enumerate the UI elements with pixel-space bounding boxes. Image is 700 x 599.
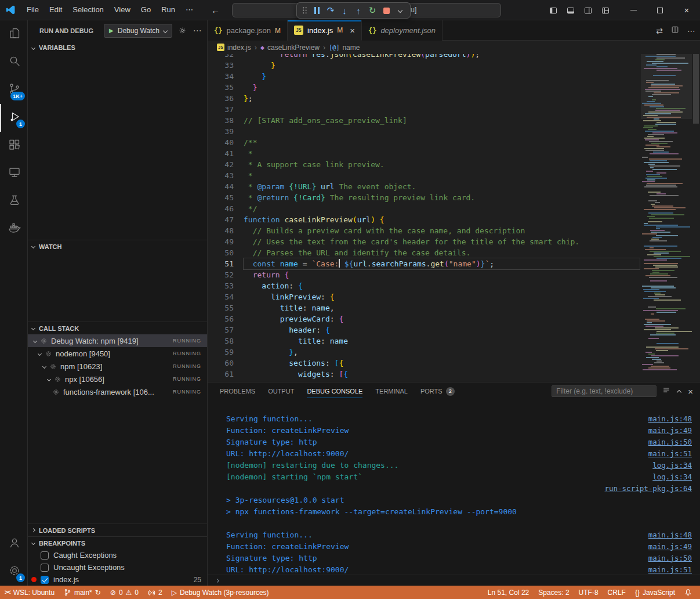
code-line-37[interactable]: 37 <box>208 104 700 115</box>
menu-overflow[interactable]: ⋯ <box>180 3 198 17</box>
code-line-61[interactable]: 61 widgets: [{ <box>208 369 700 380</box>
source-location-link[interactable]: main.js:49 <box>648 542 692 551</box>
activity-run-and-debug[interactable]: 1 <box>0 104 27 132</box>
activity-search[interactable] <box>0 48 27 76</box>
line-number[interactable]: 54 <box>208 291 244 302</box>
source-location-link[interactable]: log.js:34 <box>652 472 692 481</box>
code-line-53[interactable]: 53 action: { <box>208 280 700 291</box>
tab-package-json[interactable]: {}package.jsonM <box>208 20 288 41</box>
tab-deployment-json[interactable]: {}deployment.json <box>362 20 443 41</box>
line-number[interactable]: 45 <box>208 192 244 203</box>
callstack-session-functions-framework-106[interactable]: functions-framework [106...RUNNING <box>28 385 207 398</box>
go-back-icon[interactable]: ← <box>211 5 220 15</box>
panel-tab-ports[interactable]: PORTS2 <box>414 383 461 400</box>
open-changes-icon[interactable]: ⇄ <box>656 26 663 35</box>
debug-settings-gear-icon[interactable] <box>175 26 190 35</box>
menu-edit[interactable]: Edit <box>44 3 67 17</box>
line-number[interactable]: 43 <box>208 170 244 181</box>
step-over-icon[interactable]: ↷ <box>324 3 338 17</box>
code-line-45[interactable]: 45 * @return {!Card} The resulting previ… <box>208 192 700 203</box>
launch-config-dropdown[interactable]: ▶ Debug Watch <box>104 24 172 38</box>
views-more-actions-icon[interactable]: ⋯ <box>190 26 205 36</box>
minimap-slider[interactable] <box>641 54 692 119</box>
line-number[interactable]: 60 <box>208 358 244 369</box>
editor-scrollbar[interactable] <box>692 54 700 382</box>
line-number[interactable]: 41 <box>208 148 244 159</box>
line-number[interactable]: 55 <box>208 302 244 313</box>
breakpoint-checkbox[interactable] <box>41 576 49 584</box>
language-mode[interactable]: {}JavaScript <box>630 586 680 599</box>
encoding[interactable]: UTF-8 <box>574 586 603 599</box>
pause-icon[interactable] <box>310 3 324 17</box>
close-tab-icon[interactable]: × <box>350 26 355 35</box>
code-line-49[interactable]: 49 // Uses the text from the card's head… <box>208 236 700 247</box>
section-variables[interactable]: VARIABLES <box>28 41 207 54</box>
line-number[interactable]: 34 <box>208 71 244 82</box>
line-number[interactable]: 38 <box>208 115 244 126</box>
breadcrumb-item-name[interactable]: [@]name <box>329 44 360 52</box>
start-debug-icon[interactable]: ▶ <box>109 27 114 34</box>
chevron-down-icon[interactable] <box>33 338 37 342</box>
source-location-link[interactable]: run-script-pkg.js:64 <box>604 484 692 493</box>
activity-docker[interactable] <box>0 215 27 243</box>
close-window-button[interactable]: × <box>673 0 700 20</box>
activity-settings[interactable]: 1 <box>0 558 27 586</box>
source-location-link[interactable]: main.js:50 <box>648 438 692 446</box>
source-location-link[interactable]: log.js:34 <box>652 461 692 470</box>
tab-index-js[interactable]: JSindex.jsM× <box>288 20 362 41</box>
activity-explorer[interactable] <box>0 20 27 48</box>
breakpoint-row-index-js[interactable]: index.js25 <box>28 573 207 586</box>
line-number[interactable]: 33 <box>208 60 244 71</box>
code-line-42[interactable]: 42 * A support case link preview. <box>208 159 700 170</box>
code-line-43[interactable]: 43 * <box>208 170 700 181</box>
line-number[interactable]: 58 <box>208 335 244 347</box>
line-number[interactable]: 44 <box>208 181 244 192</box>
panel-tab-output[interactable]: OUTPUT <box>262 383 300 400</box>
line-number[interactable]: 52 <box>208 269 244 280</box>
code-line-56[interactable]: 56 previewCard: { <box>208 313 700 324</box>
source-location-link[interactable]: main.js:48 <box>648 531 692 539</box>
line-number[interactable]: 61 <box>208 369 244 380</box>
more-icon[interactable] <box>393 3 407 17</box>
menu-go[interactable]: Go <box>136 3 156 17</box>
code-line-36[interactable]: 36}; <box>208 93 700 104</box>
panel-tab-debug-console[interactable]: DEBUG CONSOLE <box>300 383 369 400</box>
callstack-session-npx-10656[interactable]: npx [10656]RUNNING <box>28 373 207 385</box>
toggle-secondary-sidebar-icon[interactable] <box>579 2 597 19</box>
debug-console-input[interactable] <box>208 575 700 586</box>
line-number[interactable]: 40 <box>208 137 244 148</box>
console-output-options-icon[interactable] <box>662 386 670 396</box>
line-number[interactable]: 51 <box>208 258 244 269</box>
code-line-44[interactable]: 44 * @param {!URL} url The event object. <box>208 181 700 192</box>
line-number[interactable]: 32 <box>208 54 244 60</box>
breakpoint-row-caught-exceptions[interactable]: Caught Exceptions <box>28 549 207 561</box>
panel-tab-problems[interactable]: PROBLEMS <box>213 383 262 400</box>
breadcrumb-item-caselinkpreview[interactable]: ◆caseLinkPreview <box>260 44 320 52</box>
code-line-60[interactable]: 60 sections: [{ <box>208 358 700 369</box>
remote-indicator[interactable]: ><WSL: Ubuntu <box>0 586 59 599</box>
activity-testing[interactable] <box>0 187 27 215</box>
minimize-button[interactable] <box>620 0 647 20</box>
activity-remote-explorer[interactable] <box>0 160 27 187</box>
code-line-55[interactable]: 55 title: name, <box>208 302 700 313</box>
menu-selection[interactable]: Selection <box>67 3 108 17</box>
code-line-34[interactable]: 34 } <box>208 71 700 82</box>
breakpoint-checkbox[interactable] <box>41 551 49 560</box>
forwarded-ports[interactable]: 2 <box>143 586 167 599</box>
callstack-session-nodemon-9450[interactable]: nodemon [9450]RUNNING <box>28 347 207 360</box>
section-watch[interactable]: WATCH <box>28 240 207 252</box>
line-number[interactable]: 39 <box>208 126 244 137</box>
code-line-40[interactable]: 40/** <box>208 137 700 148</box>
cursor-position[interactable]: Ln 51, Col 22 <box>483 586 534 599</box>
code-line-59[interactable]: 59 }, <box>208 347 700 358</box>
line-number[interactable]: 53 <box>208 280 244 291</box>
code-line-32[interactable]: 32 return res.json(caseLinkPreview(parse… <box>208 54 700 60</box>
line-number[interactable]: 35 <box>208 82 244 93</box>
section-breakpoints[interactable]: BREAKPOINTS <box>28 536 207 549</box>
line-number[interactable]: 56 <box>208 313 244 324</box>
toggle-panel-icon[interactable] <box>562 2 579 19</box>
menu-view[interactable]: View <box>109 3 136 17</box>
line-number[interactable]: 59 <box>208 347 244 358</box>
toggle-primary-sidebar-icon[interactable] <box>545 2 562 19</box>
code-line-50[interactable]: 50 // Parses the URL and identify the ca… <box>208 247 700 258</box>
